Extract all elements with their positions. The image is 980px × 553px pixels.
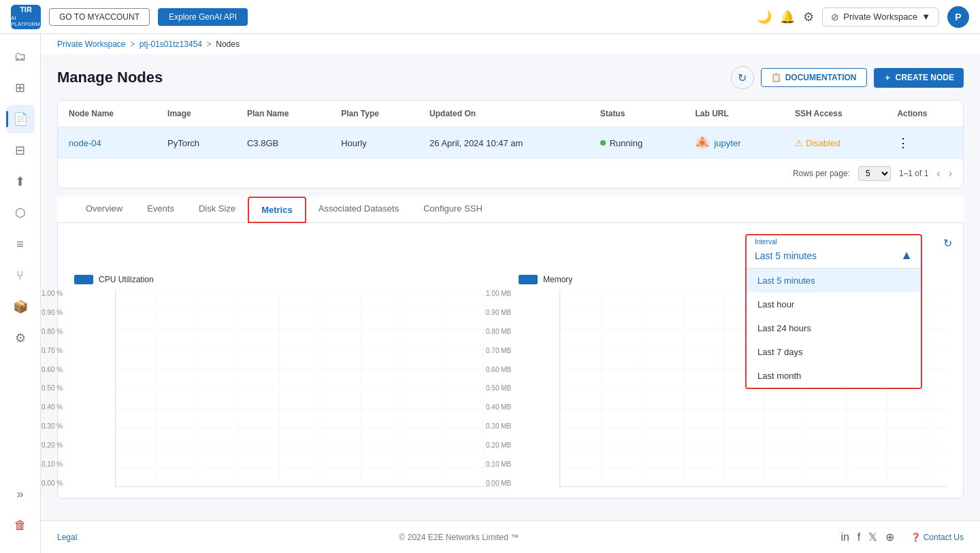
sidebar-item-dashboard[interactable]: ⊞ <box>6 73 35 102</box>
node-link[interactable]: node-04 <box>69 138 101 148</box>
breadcrumb-workspace[interactable]: Private Workspace <box>57 39 125 49</box>
delete-icon: 🗑 <box>14 518 27 533</box>
sidebar-item-git[interactable]: ⑂ <box>6 261 35 290</box>
rows-per-page-label: Rows per page: <box>793 169 850 178</box>
git-icon: ⑂ <box>16 269 24 283</box>
main-content: Private Workspace > ptj-01s01tz13454 > N… <box>41 34 980 553</box>
metrics-refresh-button[interactable]: ↻ <box>943 237 952 250</box>
breadcrumb: Private Workspace > ptj-01s01tz13454 > N… <box>41 34 980 55</box>
next-page-button[interactable]: › <box>949 167 952 180</box>
row-actions-button[interactable]: ⋮ <box>897 135 909 150</box>
page-title: Manage Nodes <box>57 69 163 86</box>
jupyter-icon[interactable] <box>695 135 710 150</box>
sidebar-item-list[interactable]: ≡ <box>6 230 35 258</box>
linkedin-link[interactable]: in <box>840 531 849 543</box>
memory-y-axis: 1.00 MB 0.90 MB 0.80 MB 0.70 MB 0.60 MB … <box>483 290 514 487</box>
doc-icon: 📋 <box>771 73 781 82</box>
cpu-chart: CPU Utilization 1.00 % 0.90 % 0.80 % 0.7… <box>74 275 502 487</box>
sidebar-item-folder[interactable]: 🗂 <box>6 42 35 71</box>
twitter-link[interactable]: 𝕏 <box>868 531 877 543</box>
tab-events[interactable]: Events <box>135 197 186 223</box>
sidebar-item-expand[interactable]: » <box>6 480 35 508</box>
top-nav: TIR AI PLATFORM GO TO MYACCOUNT Explore … <box>0 0 980 34</box>
memory-legend-label: Memory <box>543 275 572 284</box>
expand-icon: » <box>16 487 23 501</box>
create-node-button[interactable]: ＋ CREATE NODE <box>874 68 964 88</box>
workspace-dropdown-icon: ▼ <box>921 12 930 22</box>
interval-arrow-icon: ▲ <box>900 248 913 263</box>
lab-url-label[interactable]: jupyter <box>714 138 740 148</box>
interval-option-24hr[interactable]: Last 24 hours <box>747 316 921 340</box>
list-icon: ≡ <box>16 237 24 252</box>
cpu-chart-svg <box>116 290 502 487</box>
col-plan-name: Plan Name <box>236 101 330 127</box>
status-dot <box>600 140 606 146</box>
sidebar-item-settings[interactable]: ⚙ <box>6 324 35 352</box>
cell-status: Running <box>589 127 685 159</box>
cpu-y-axis: 1.00 % 0.90 % 0.80 % 0.70 % 0.60 % 0.50 … <box>41 290 65 487</box>
rss-link[interactable]: ⊕ <box>885 531 894 543</box>
page-info: 1–1 of 1 <box>899 169 928 178</box>
tab-disk-size[interactable]: Disk Size <box>186 197 248 223</box>
interval-option-5min[interactable]: Last 5 minutes <box>747 269 921 292</box>
dark-mode-toggle[interactable]: 🌙 <box>757 10 772 24</box>
sidebar-item-network[interactable]: ⬡ <box>6 199 35 227</box>
svg-rect-6 <box>116 290 502 487</box>
logo-box: TIR AI PLATFORM <box>11 5 41 29</box>
breadcrumb-project[interactable]: ptj-01s01tz13454 <box>140 39 202 49</box>
cpu-chart-area: 1.00 % 0.90 % 0.80 % 0.70 % 0.60 % 0.50 … <box>74 290 502 487</box>
table-row[interactable]: node-04 PyTorch C3.8GB Hourly 26 April, … <box>58 127 963 159</box>
tab-metrics[interactable]: Metrics <box>248 197 306 223</box>
nav-left: TIR AI PLATFORM GO TO MYACCOUNT Explore … <box>11 5 248 29</box>
cpu-legend-label: CPU Utilization <box>99 275 154 284</box>
interval-select-row[interactable]: Last 5 minutes ▲ <box>747 246 921 268</box>
breadcrumb-current: Nodes <box>216 39 240 49</box>
interval-dropdown-container: Interval Last 5 minutes ▲ Last 5 minutes… <box>745 234 922 389</box>
interval-option-month[interactable]: Last month <box>747 364 921 388</box>
nodes-table-card: Node Name Image Plan Name Plan Type Upda… <box>57 100 964 188</box>
go-to-myaccount-button[interactable]: GO TO MYACCOUNT <box>49 8 150 26</box>
settings-button[interactable]: ⚙ <box>803 10 814 24</box>
notifications-button[interactable]: 🔔 <box>780 10 795 24</box>
explore-genai-button[interactable]: Explore GenAI API <box>158 8 248 26</box>
refresh-button[interactable]: ↻ <box>731 66 754 89</box>
workspace-selector[interactable]: ⊘ Private Workspace ▼ <box>822 7 939 27</box>
col-plan-type: Plan Type <box>330 101 419 127</box>
facebook-link[interactable]: f <box>858 531 860 543</box>
rows-per-page-select[interactable]: 5 10 25 <box>858 166 891 181</box>
user-avatar[interactable]: P <box>947 6 969 28</box>
svg-point-2 <box>700 141 704 145</box>
status-label: Running <box>610 138 642 148</box>
workspace-label: Private Workspace <box>843 12 917 22</box>
cell-lab-url: jupyter <box>684 127 784 159</box>
interval-option-7days[interactable]: Last 7 days <box>747 340 921 364</box>
sidebar-item-delete[interactable]: 🗑 <box>6 511 35 539</box>
cell-ssh-access: ⚠ Disabled <box>784 127 886 159</box>
col-actions: Actions <box>886 101 963 127</box>
footer: Legal © 2024 E2E Networks Limited ™ in f… <box>41 520 980 553</box>
sidebar: 🗂 ⊞ 📄 ⊟ ⬆ ⬡ ≡ ⑂ 📦 ⚙ » <box>0 34 41 553</box>
documentation-button[interactable]: 📋 DOCUMENTATION <box>761 68 867 87</box>
sidebar-item-table[interactable]: ⊟ <box>6 136 35 165</box>
tab-overview[interactable]: Overview <box>74 197 135 223</box>
footer-legal[interactable]: Legal <box>57 533 77 542</box>
interval-option-1hr[interactable]: Last hour <box>747 292 921 316</box>
svg-point-3 <box>701 137 704 139</box>
settings-icon: ⚙ <box>15 331 26 346</box>
svg-point-4 <box>706 145 708 147</box>
cell-plan-name: C3.8GB <box>236 127 330 159</box>
sidebar-item-upload[interactable]: ⬆ <box>6 167 35 196</box>
prev-page-button[interactable]: ‹ <box>936 167 940 180</box>
svg-point-5 <box>696 145 699 147</box>
sidebar-item-nodes[interactable]: 📄 <box>6 105 35 133</box>
nodes-table: Node Name Image Plan Name Plan Type Upda… <box>58 101 963 159</box>
table-icon: ⊟ <box>15 143 25 158</box>
tab-datasets[interactable]: Associated Datasets <box>306 197 412 223</box>
tabs-bar: Overview Events Disk Size Metrics Associ… <box>57 197 964 223</box>
tab-configure-ssh[interactable]: Configure SSH <box>411 197 495 223</box>
cpu-legend: CPU Utilization <box>74 275 502 284</box>
sidebar-item-package[interactable]: 📦 <box>6 292 35 321</box>
memory-legend-color <box>519 275 538 284</box>
contact-us-link[interactable]: ❓ Contact Us <box>911 533 964 542</box>
interval-label: Interval <box>747 235 921 246</box>
